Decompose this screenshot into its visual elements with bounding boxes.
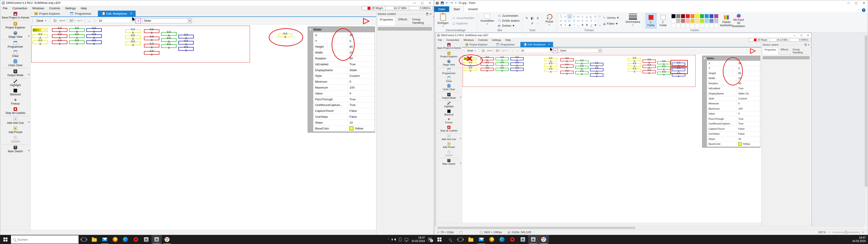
volume-icon[interactable] [393, 238, 396, 241]
dmx-tab[interactable]: Programmer [66, 11, 98, 17]
shape-button[interactable]: ▱ [559, 19, 563, 23]
align-bottom-button[interactable] [59, 18, 65, 23]
sidebar-item[interactable]: Project Explorer [436, 51, 462, 59]
taskbar-app-button[interactable] [131, 235, 141, 244]
slider-widget[interactable]: 0.0 0 [628, 58, 641, 61]
slider-widget[interactable]: --- [464, 57, 477, 60]
shape-button[interactable]: ❖ [581, 23, 585, 27]
slider-widget[interactable]: 0.0 0 [52, 40, 67, 44]
sidebar-item[interactable]: Add new Cue ▼ [436, 133, 462, 142]
sidebar-item[interactable]: Freeze [436, 117, 462, 125]
vertical-spacing-icon[interactable]: ↕ [516, 49, 519, 53]
slider-widget[interactable]: 0.0 0 [657, 61, 671, 64]
shape-button[interactable]: ✚ [585, 23, 589, 27]
slider-widget[interactable]: 0.0 0 [560, 58, 574, 61]
shape-button[interactable]: ✧ [563, 23, 567, 27]
control-type-combobox[interactable]: Slider▼ [142, 18, 192, 23]
palette-color[interactable] [709, 19, 714, 23]
tool-button[interactable]: ✎ [524, 16, 529, 21]
sidebar-item[interactable]: Update [436, 150, 462, 158]
brush-button[interactable]: Pinsel ▼ [544, 13, 555, 28]
minimize-button[interactable]: — [792, 33, 798, 38]
palette-color[interactable] [671, 19, 676, 23]
color1-button[interactable]: 1. Farbe [646, 13, 656, 28]
horizontal-scrollbar[interactable] [434, 226, 864, 229]
palette-color[interactable] [714, 14, 718, 18]
qat-customize-icon[interactable]: ▼ [455, 2, 457, 4]
same-width-button[interactable]: ▼ [70, 18, 75, 23]
menu-item[interactable]: Help [503, 38, 513, 41]
slider-widget[interactable]: 0.0 0 [657, 72, 671, 75]
sidebar-item[interactable]: Highlight [0, 79, 31, 88]
slider-widget[interactable]: 0.0 0 [278, 34, 292, 37]
sidebar-item[interactable]: Add Preset [0, 126, 31, 135]
palette-color[interactable] [695, 14, 700, 18]
sidebar-item[interactable]: Save Project in Kernel [436, 42, 462, 50]
slider-widget[interactable]: 0.0 0 [86, 34, 102, 38]
palette-color[interactable] [676, 14, 680, 18]
tab-close-icon[interactable]: ✕ [130, 12, 132, 15]
sidebar-item[interactable]: Freeze [0, 97, 31, 106]
palette-color[interactable] [700, 14, 704, 18]
slider-widget[interactable]: 0.0 0 [125, 41, 141, 45]
shape-button[interactable]: ≈ [563, 14, 567, 19]
zoom-in-button[interactable]: + [862, 231, 865, 234]
paste-button[interactable]: Einfügen ▼ [436, 13, 450, 28]
paint-canvas[interactable]: DMXControl 3.3 RC2: SUMShow only LED* — … [434, 32, 864, 226]
start-button-2[interactable] [434, 235, 445, 244]
minimize-button[interactable]: — [411, 0, 418, 6]
vscroll-thumb[interactable] [865, 35, 867, 187]
menu-item[interactable]: Controls [46, 6, 62, 10]
paint3d-button[interactable]: Mit Paint 3D bearbeiten [733, 13, 744, 28]
palette-color[interactable] [681, 14, 685, 18]
desk-dropdown[interactable]: Desk▼ [35, 19, 48, 23]
slider-widget[interactable]: 0.0 0 [33, 34, 48, 38]
slider-widget[interactable]: 0.0 0 [560, 71, 574, 74]
sidebar-item[interactable]: Update [0, 135, 31, 144]
dmx-tab[interactable]: Edit: Multiplexer ✕ [520, 42, 553, 47]
sidebar-item[interactable]: Project Explorer [0, 21, 31, 30]
copy-button[interactable]: ❏Kopieren [451, 22, 475, 26]
shape-button[interactable]: ╲ [559, 14, 563, 19]
pin-icon[interactable] [426, 13, 428, 16]
slider-widget[interactable]: 0.0 0 [628, 69, 641, 72]
slider-widget[interactable]: 0.0 0 [178, 35, 194, 38]
palette-empty-slot[interactable] [690, 24, 694, 28]
slider-widget[interactable]: 0.0 0 [510, 68, 524, 71]
sidebar-item[interactable]: Programmer [436, 67, 462, 76]
palette-empty-slot[interactable] [671, 24, 676, 28]
taskbar-app-button[interactable] [487, 235, 497, 244]
shape-button[interactable]: ◡ [576, 23, 580, 27]
taskbar-app-button[interactable] [99, 235, 110, 244]
shape-button[interactable]: ⌂ [581, 14, 585, 19]
palette-empty-slot[interactable] [709, 24, 714, 28]
slider-widget[interactable]: 0.0 0 [575, 71, 589, 74]
slider-widget[interactable]: 0.0 0 [464, 63, 477, 66]
slider-widget[interactable]: 0.0 0 [643, 70, 656, 73]
slider-widget[interactable]: 0.0 0 [144, 37, 159, 40]
palette-color[interactable] [709, 14, 714, 18]
add-control-button[interactable]: + [553, 48, 558, 53]
sidebar-item[interactable]: Output Mode ▼ [436, 92, 462, 100]
shape-button[interactable]: ✶ [559, 23, 563, 27]
slider-widget[interactable]: 0.0 0 [628, 63, 641, 66]
slider-widget[interactable]: 0.0 0 [495, 63, 509, 66]
tool-button[interactable]: ◌ [535, 21, 540, 26]
shape-button[interactable]: ☆ [593, 19, 597, 23]
taskbar-app-button[interactable] [110, 235, 120, 244]
device-control-tab[interactable]: Group Handling [410, 17, 432, 25]
search-button-2[interactable] [445, 235, 455, 244]
shape-button[interactable]: ▭ [576, 14, 580, 19]
zoom-slider-thumb[interactable] [845, 231, 847, 234]
slider-widget[interactable]: 0.0 0 [69, 34, 85, 38]
slider-widget[interactable]: 0.0 0 [125, 29, 141, 33]
slider-widget[interactable]: 0.0 0 [144, 44, 159, 48]
palette-color[interactable] [714, 19, 718, 23]
shape-button[interactable]: ◠ [572, 23, 576, 27]
tool-button[interactable]: ✐ [530, 21, 535, 26]
sidebar-item[interactable]: Blackout [436, 109, 462, 117]
sidebar-item[interactable]: Programmer [0, 40, 31, 50]
redo-icon[interactable]: ↷ [450, 1, 453, 5]
shape-button[interactable]: ▽ [572, 19, 576, 23]
sidebar-item[interactable]: Add Preset [436, 142, 462, 150]
